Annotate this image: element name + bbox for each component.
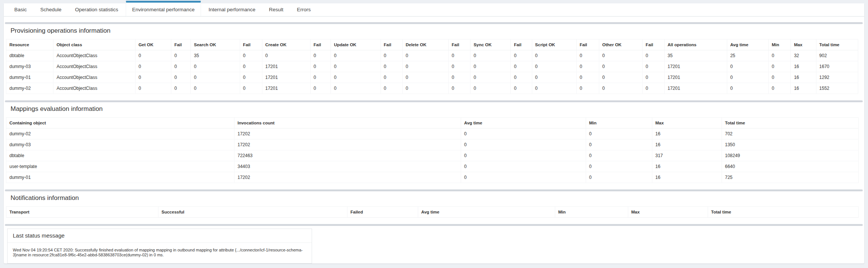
column-header: Successful [158,207,347,218]
column-header: Delete OK [402,39,448,50]
column-header: Sync OK [471,39,511,50]
notifications-table: TransportSuccessfulFailedAvg timeMinMaxT… [6,206,859,218]
table-cell: dbtable [6,150,235,161]
section-notifications: Notifications information TransportSucce… [6,189,858,218]
tab-schedule[interactable]: Schedule [34,3,67,16]
tab-operation-statistics[interactable]: Operation statistics [69,3,124,16]
column-header: Fail [240,39,262,50]
table-cell: 0 [311,83,331,94]
table-header-row: TransportSuccessfulFailedAvg timeMinMaxT… [6,207,859,218]
table-cell: 0 [171,83,191,94]
column-header: Search OK [191,39,240,50]
column-header: Transport [6,207,158,218]
column-header: Fail [449,39,471,50]
column-header: Script OK [532,39,576,50]
tab-internal-performance[interactable]: Internal performance [203,3,262,16]
table-cell: 0 [135,50,171,61]
table-cell: 17201 [664,61,727,72]
table-cell: 0 [532,61,576,72]
table-cell: 17202 [235,139,461,150]
table-cell: 0 [532,83,576,94]
table-cell: 0 [586,139,652,150]
table-cell: 0 [511,72,532,83]
table-cell: 0 [576,50,599,61]
table-cell: 17201 [664,83,727,94]
table-cell: 0 [449,61,471,72]
table-header-row: Containing objectInvocations countAvg ti… [6,118,859,129]
table-cell: 0 [449,72,471,83]
table-cell: 0 [576,72,599,83]
column-header: Total time [722,118,859,129]
table-cell: 0 [461,172,586,183]
column-header: Fail [511,39,532,50]
tab-environmental-performance[interactable]: Environmental performance [126,1,201,16]
column-header: Avg time [461,118,586,129]
status-box-title: Last status message [8,229,312,243]
table-cell: 0 [461,139,586,150]
table-cell: 0 [240,50,262,61]
table-cell: 16 [652,129,722,139]
column-header: Update OK [331,39,381,50]
table-cell: 1350 [722,139,859,150]
table-cell: dummy-01 [6,172,235,183]
table-cell: 0 [135,83,171,94]
table-cell: 0 [532,72,576,83]
table-cell: 0 [471,50,511,61]
table-row: user-template3440300166640 [6,161,859,172]
column-header: Get OK [135,39,171,50]
column-header: Max [628,207,708,218]
tab-result[interactable]: Result [263,3,289,16]
table-cell: 0 [240,61,262,72]
table-cell: dummy-03 [6,61,53,72]
column-header: Object class [53,39,136,50]
table-cell: 0 [402,83,448,94]
mappings-evaluation-table: Containing objectInvocations countAvg ti… [6,117,859,183]
table-cell: 16 [791,72,816,83]
table-cell: 16 [652,161,722,172]
table-cell: dummy-03 [6,139,235,150]
column-header: Total time [816,39,858,50]
table-cell: AccountObjectClass [53,83,136,94]
column-header: Create OK [262,39,310,50]
table-body: dummy-02172020016702dummy-03172020016135… [6,129,859,183]
table-cell: 0 [599,83,643,94]
tab-basic[interactable]: Basic [8,3,33,16]
column-header: Fail [311,39,331,50]
column-header: Min [555,207,628,218]
table-cell: 1292 [816,72,858,83]
table-cell: 17202 [235,172,461,183]
table-cell: 32 [791,50,816,61]
table-row: dummy-02172020016702 [6,129,859,139]
table-cell: 17201 [262,83,310,94]
table-cell: 35 [664,50,727,61]
table-cell: 0 [402,61,448,72]
table-cell: dummy-01 [6,72,53,83]
table-cell: 0 [311,72,331,83]
table-cell: 16 [791,61,816,72]
table-cell: user-template [6,161,235,172]
table-cell: 0 [599,50,643,61]
section-provisioning-operations: Provisioning operations information Reso… [6,22,858,94]
column-header: Avg time [727,39,768,50]
table-cell: 0 [769,83,791,94]
table-cell: 16 [791,83,816,94]
table-cell: 0 [331,83,381,94]
table-cell: 0 [532,50,576,61]
table-cell: 17201 [262,61,310,72]
column-header: Avg time [418,207,555,218]
column-header: Fail [381,39,402,50]
tab-errors[interactable]: Errors [291,3,317,16]
column-header: Resource [6,39,53,50]
column-header: Failed [347,207,418,218]
table-cell: 1670 [816,61,858,72]
column-header: Fail [171,39,191,50]
table-cell: AccountObjectClass [53,50,136,61]
table-row: dummy-01AccountObjectClass00001720100000… [6,72,858,83]
table-row: dbtable72246300317108249 [6,150,859,161]
table-cell: 0 [599,72,643,83]
table-row: dummy-02AccountObjectClass00001720100000… [6,83,858,94]
table-cell: 317 [652,150,722,161]
table-cell: 702 [722,129,859,139]
table-cell: 0 [381,83,402,94]
column-header: Max [791,39,816,50]
